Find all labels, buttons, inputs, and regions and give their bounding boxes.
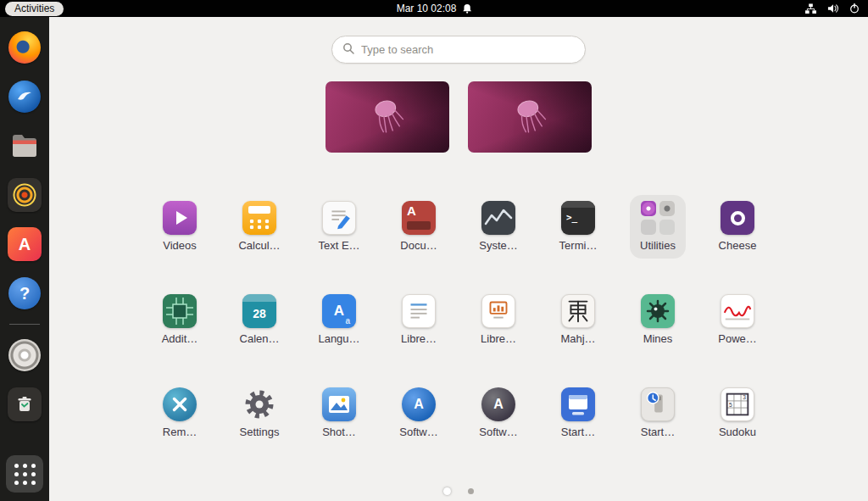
show-apps-button[interactable] [6,455,43,493]
help-icon: ? [8,277,41,309]
mines-icon [641,294,675,328]
clock-label: Mar 10 02:08 [397,3,457,14]
app-label: Calcul… [238,239,280,252]
dock-item-firefox[interactable] [8,31,42,64]
svg-text:5: 5 [729,402,732,408]
notification-bell-icon [462,3,471,14]
app-mahjongg[interactable]: Mahj… [538,281,618,375]
app-sudoku[interactable]: 53Sudoku [698,375,777,468]
app-label: Docu… [400,239,437,252]
clock-menu[interactable]: Mar 10 02:08 [397,0,472,17]
firefox-icon [8,31,41,64]
system-status-area[interactable] [805,0,860,17]
app-label: Termi… [559,239,598,252]
sudoku-icon: 53 [721,387,754,421]
app-label: Utilities [640,239,676,252]
app-label: Syste… [479,239,518,252]
startup-applications-icon [641,387,675,421]
app-shotwell[interactable]: Shot… [299,375,379,468]
dock-item-ubuntu-software[interactable]: A [8,227,42,261]
app-power-statistics[interactable]: Powe… [698,281,777,375]
app-label: Addit… [162,332,198,345]
app-additional-drivers[interactable]: Addit… [140,281,220,375]
app-remmina[interactable]: Rem… [140,375,220,468]
files-icon [8,129,42,163]
app-label: Text E… [318,239,359,252]
power-statistics-icon [721,294,754,328]
language-icon: Aa [322,294,356,328]
activities-button[interactable]: Activities [5,2,64,16]
app-startup-apps[interactable]: Start… [618,375,698,468]
app-label: Libre… [481,332,516,345]
page-dot-2[interactable] [468,488,474,494]
terminal-icon: >_ [561,201,595,235]
workspace-switcher [49,81,868,153]
app-mines[interactable]: Mines [618,281,698,375]
app-calculator[interactable]: Calcul… [220,188,299,281]
top-bar: Activities Mar 10 02:08 [0,0,868,17]
shotwell-icon [322,387,356,421]
app-label: Shot… [322,426,356,438]
app-label: Start… [561,426,595,438]
app-label: Rem… [163,426,197,438]
remmina-icon [163,387,197,421]
app-software-dark[interactable]: ASoftw… [459,375,538,468]
cheese-icon [721,201,754,235]
page-dot-1[interactable] [443,487,451,495]
volume-icon [827,3,838,14]
app-label: Powe… [718,332,757,345]
search-icon [342,42,354,58]
app-label: Mahj… [560,332,595,345]
software-store-icon: A [402,387,436,421]
dock: A? [0,17,49,501]
app-label: Videos [163,239,197,252]
show-apps-grid-icon [14,464,36,485]
svg-text:3: 3 [743,394,746,400]
app-label: Sudoku [719,426,756,438]
search-input[interactable] [361,43,575,56]
workspace-thumbnail-2[interactable] [468,81,592,153]
dock-item-trash[interactable] [8,387,42,421]
app-language[interactable]: AaLangu… [299,281,379,375]
app-folder-utilities-folder[interactable]: Utilities [618,188,698,281]
text-editor-icon [322,201,356,235]
app-label: Softw… [479,426,518,438]
app-text-editor[interactable]: Text E… [299,188,379,281]
app-label: Cheese [719,239,757,252]
app-videos[interactable]: Videos [140,188,220,281]
trash-icon [8,387,42,421]
page-indicator [443,487,474,495]
calculator-icon [242,201,276,235]
startup-disk-creator-icon [561,387,595,421]
dock-item-media-disk[interactable] [8,338,42,372]
power-icon [849,3,860,14]
additional-drivers-icon [163,294,197,328]
app-startup-disk[interactable]: Start… [538,375,618,468]
app-grid: VideosCalcul…Text E…ADocu…Syste…>_Termi…… [140,188,777,468]
dock-item-thunderbird[interactable] [8,80,42,114]
workspace-thumbnail-1[interactable] [326,81,449,153]
app-cheese[interactable]: Cheese [698,188,777,281]
dock-item-help[interactable]: ? [8,276,42,310]
app-label: Langu… [318,332,359,345]
search-bar[interactable] [331,36,586,64]
libreoffice-impress-icon [481,294,515,328]
mahjongg-icon [561,294,595,328]
dock-item-rhythmbox[interactable] [8,178,42,212]
media-disk-icon [8,339,41,371]
app-libreoffice-writer[interactable]: Libre… [379,281,459,375]
app-software-blue[interactable]: ASoftw… [379,375,459,468]
utilities-folder-icon [641,201,675,235]
activities-overview: VideosCalcul…Text E…ADocu…Syste…>_Termi…… [49,17,868,501]
dock-item-files[interactable] [8,129,42,163]
app-label: Libre… [401,332,437,345]
app-libreoffice-impress[interactable]: Libre… [459,281,538,375]
app-document-viewer[interactable]: ADocu… [379,188,459,281]
app-terminal[interactable]: >_Termi… [538,188,618,281]
ubuntu-software-icon: A [8,227,42,261]
app-settings[interactable]: Settings [220,375,299,468]
calendar-icon: 28 [242,294,276,328]
app-calendar[interactable]: 28Calen… [220,281,299,375]
app-system-monitor[interactable]: Syste… [459,188,538,281]
thunderbird-icon [8,81,41,113]
